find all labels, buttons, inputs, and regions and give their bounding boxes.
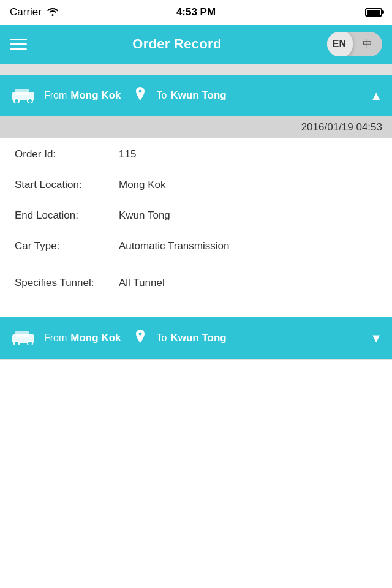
top-divider <box>0 64 392 75</box>
carrier-text: Carrier <box>10 6 42 18</box>
car-type-row: Car Type: Automatic Transmission <box>15 240 377 258</box>
page-title: Order Record <box>132 36 221 52</box>
lang-zh-button[interactable]: 中 <box>353 32 382 56</box>
car-type-label: Car Type: <box>15 240 119 252</box>
car-icon <box>10 86 37 105</box>
to-location-bottom: Kwun Tong <box>170 332 370 344</box>
to-label-top: To <box>156 90 167 101</box>
start-location-label: Start Location: <box>15 179 119 191</box>
car-icon-bottom <box>10 328 37 348</box>
from-location-top: Mong Kok <box>70 89 121 102</box>
order-id-label: Order Id: <box>15 148 119 160</box>
to-location-top: Kwun Tong <box>170 89 370 102</box>
from-location-bottom: Mong Kok <box>70 332 121 344</box>
wifi-icon <box>47 6 59 19</box>
svg-point-7 <box>28 341 32 345</box>
status-time: 4:53 PM <box>176 6 216 18</box>
spec-tunnel-label: Specifies Tunnel: <box>15 277 119 289</box>
pin-icon-top <box>133 86 148 105</box>
end-location-label: End Location: <box>15 209 119 222</box>
end-location-row: End Location: Kwun Tong <box>15 209 377 228</box>
spec-tunnel-row: Specifies Tunnel: All Tunnel <box>15 277 377 295</box>
trip-bar-top[interactable]: From Mong Kok To Kwun Tong ▲ <box>0 75 392 116</box>
status-left: Carrier <box>10 6 59 19</box>
bottom-space <box>0 360 392 519</box>
end-location-value: Kwun Tong <box>119 209 377 222</box>
order-datetime: 2016/01/19 04:53 <box>301 121 382 133</box>
start-location-row: Start Location: Mong Kok <box>15 179 377 197</box>
svg-rect-5 <box>15 331 29 337</box>
order-id-value: 115 <box>119 148 377 160</box>
battery-icon <box>365 8 382 17</box>
spec-tunnel-value: All Tunnel <box>119 277 377 289</box>
svg-point-3 <box>28 99 32 103</box>
chevron-down-icon[interactable]: ▼ <box>370 331 382 345</box>
svg-point-2 <box>14 99 19 103</box>
from-label-bottom: From <box>44 333 67 344</box>
chevron-up-icon[interactable]: ▲ <box>370 89 382 103</box>
svg-point-6 <box>14 341 19 345</box>
detail-section: Order Id: 115 Start Location: Mong Kok E… <box>0 138 392 317</box>
lang-en-button[interactable]: EN <box>327 32 353 56</box>
app-header: Order Record EN 中 <box>0 24 392 64</box>
order-card: From Mong Kok To Kwun Tong ▲ 2016/01/19 … <box>0 75 392 360</box>
status-bar: Carrier 4:53 PM <box>0 0 392 24</box>
to-label-bottom: To <box>156 333 167 344</box>
hamburger-menu[interactable] <box>10 39 27 50</box>
svg-rect-1 <box>15 89 29 95</box>
start-location-value: Mong Kok <box>119 179 377 191</box>
from-label-top: From <box>44 90 67 101</box>
date-row: 2016/01/19 04:53 <box>0 116 392 138</box>
order-id-row: Order Id: 115 <box>15 148 377 167</box>
trip-bar-bottom[interactable]: From Mong Kok To Kwun Tong ▼ <box>0 317 392 359</box>
pin-icon-bottom <box>133 328 148 348</box>
car-type-value: Automatic Transmission <box>119 240 377 252</box>
language-toggle[interactable]: EN 中 <box>327 32 382 56</box>
status-right <box>365 8 382 17</box>
